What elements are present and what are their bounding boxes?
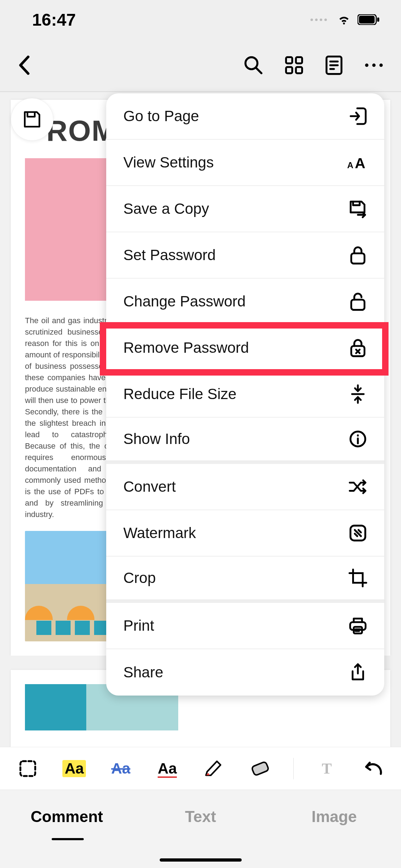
info-icon <box>347 430 369 448</box>
menu-item-label: Crop <box>123 569 156 587</box>
tab-text[interactable]: Text <box>134 790 267 868</box>
svg-rect-4 <box>286 57 292 63</box>
text-tool-button[interactable]: T <box>313 754 340 783</box>
top-toolbar <box>0 39 401 92</box>
menu-item-crop[interactable]: Crop <box>106 557 384 603</box>
tab-comment[interactable]: Comment <box>0 790 134 868</box>
separator <box>293 758 294 779</box>
eraser-button[interactable] <box>247 754 274 783</box>
svg-rect-6 <box>286 67 292 73</box>
shuffle-icon <box>347 479 369 495</box>
outline-button[interactable] <box>325 55 343 75</box>
svg-text:A: A <box>347 160 353 170</box>
save-copy-icon <box>347 199 369 218</box>
print-icon <box>347 617 369 635</box>
menu-item-reduce-file-size[interactable]: Reduce File Size <box>106 371 384 418</box>
menu-item-label: View Settings <box>123 154 214 171</box>
status-bar: 16:47 <box>0 0 401 39</box>
underline-button[interactable]: Aa <box>154 754 181 783</box>
wifi-icon <box>337 14 351 25</box>
active-tab-indicator <box>52 838 84 840</box>
menu-item-view-settings[interactable]: View Settings AA <box>106 140 384 186</box>
menu-item-change-password[interactable]: Change Password <box>106 279 384 325</box>
menu-item-label: Remove Password <box>123 339 249 356</box>
svg-rect-15 <box>351 300 364 310</box>
undo-button[interactable] <box>360 754 387 783</box>
svg-rect-14 <box>351 253 364 264</box>
svg-rect-22 <box>252 761 269 775</box>
menu-item-label: Share <box>123 664 163 681</box>
svg-rect-1 <box>359 16 375 24</box>
svg-rect-7 <box>296 67 302 73</box>
menu-item-go-to-page[interactable]: Go to Page <box>106 93 384 140</box>
compress-icon <box>347 384 369 404</box>
lock-x-icon <box>347 338 369 357</box>
menu-item-show-info[interactable]: Show Info <box>106 418 384 464</box>
overflow-menu: Go to Page View Settings AA Save a Copy … <box>106 93 384 696</box>
grid-view-button[interactable] <box>285 56 303 74</box>
more-button[interactable] <box>365 63 383 68</box>
text-size-icon: AA <box>347 155 369 170</box>
menu-item-remove-password[interactable]: Remove Password <box>106 325 384 371</box>
menu-item-label: Watermark <box>123 525 196 542</box>
menu-item-label: Change Password <box>123 293 246 310</box>
menu-item-save-copy[interactable]: Save a Copy <box>106 186 384 232</box>
watermark-icon <box>347 524 369 542</box>
signal-dots-icon <box>310 19 327 21</box>
menu-item-share[interactable]: Share <box>106 649 384 696</box>
menu-item-convert[interactable]: Convert <box>106 464 384 510</box>
strikethrough-button[interactable]: Aa <box>107 754 134 783</box>
svg-point-9 <box>365 63 368 67</box>
select-region-button[interactable] <box>14 754 41 783</box>
svg-rect-21 <box>20 761 35 776</box>
tab-image[interactable]: Image <box>267 790 401 868</box>
back-button[interactable] <box>18 56 32 75</box>
menu-item-watermark[interactable]: Watermark <box>106 510 384 557</box>
menu-item-print[interactable]: Print <box>106 603 384 649</box>
svg-rect-2 <box>377 17 379 22</box>
menu-item-set-password[interactable]: Set Password <box>106 232 384 279</box>
menu-item-label: Set Password <box>123 247 216 264</box>
battery-icon <box>358 14 380 25</box>
menu-item-label: Convert <box>123 478 176 495</box>
svg-point-10 <box>372 63 375 67</box>
status-time: 16:47 <box>32 10 76 30</box>
lock-icon <box>347 246 369 265</box>
marker-button[interactable] <box>200 754 227 783</box>
svg-rect-5 <box>296 57 302 63</box>
menu-item-label: Reduce File Size <box>123 386 236 403</box>
svg-text:A: A <box>355 155 365 170</box>
annotation-toolbar: Aa Aa Aa T <box>0 747 401 790</box>
enter-icon <box>347 107 369 126</box>
highlight-button[interactable]: Aa <box>61 754 88 783</box>
crop-icon <box>347 568 369 588</box>
share-icon <box>347 662 369 682</box>
menu-item-label: Go to Page <box>123 108 199 125</box>
svg-point-11 <box>379 63 382 67</box>
save-indicator[interactable] <box>11 98 53 141</box>
status-icons <box>310 14 380 25</box>
unlock-icon <box>347 292 369 311</box>
menu-item-label: Save a Copy <box>123 200 209 217</box>
menu-item-label: Print <box>123 617 154 634</box>
home-indicator <box>160 858 242 862</box>
search-button[interactable] <box>243 55 263 75</box>
bottom-tab-bar: Comment Text Image <box>0 790 401 868</box>
menu-item-label: Show Info <box>123 430 190 448</box>
